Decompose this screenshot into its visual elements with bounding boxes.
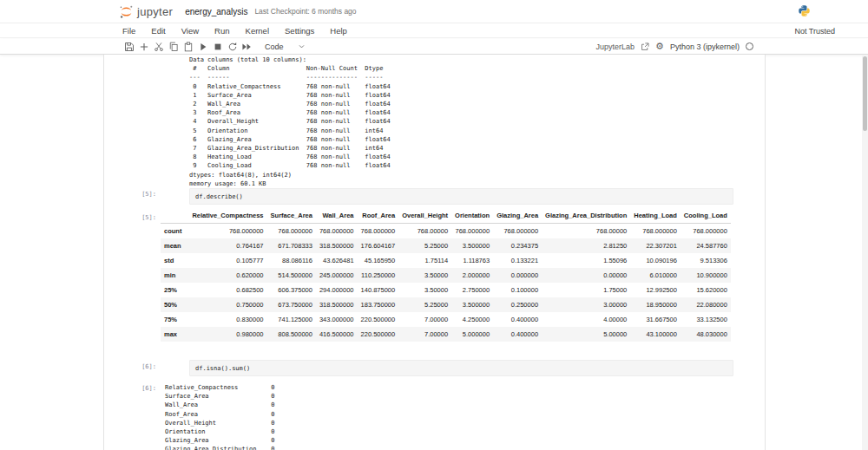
table-cell: 768.000000 bbox=[681, 224, 731, 239]
cut-icon[interactable] bbox=[151, 40, 166, 54]
table-cell: 3.50000 bbox=[398, 268, 451, 283]
table-cell: 768.000000 bbox=[316, 224, 358, 239]
table-cell: 9.513306 bbox=[681, 253, 731, 268]
table-cell: 0.980000 bbox=[188, 327, 266, 342]
table-cell: 176.604167 bbox=[358, 238, 399, 253]
table-column-header: Roof_Area bbox=[358, 208, 399, 224]
table-row: 75%0.830000741.125000343.000000220.50000… bbox=[161, 312, 731, 327]
table-cell: 0.100000 bbox=[493, 283, 542, 297]
menu-file[interactable]: File bbox=[115, 26, 143, 36]
table-cell: 0.234375 bbox=[493, 238, 542, 253]
table-cell: 15.620000 bbox=[681, 283, 731, 297]
python-logo-icon bbox=[798, 4, 811, 21]
table-cell: 3.00000 bbox=[542, 297, 630, 312]
external-link-icon[interactable] bbox=[641, 42, 649, 51]
restart-run-all-icon[interactable] bbox=[240, 40, 254, 54]
table-cell: 294.000000 bbox=[316, 283, 358, 297]
table-row-label: 50% bbox=[161, 297, 188, 312]
scrollbar-thumb[interactable] bbox=[863, 56, 867, 131]
table-cell: 318.500000 bbox=[316, 238, 358, 253]
table-cell: 4.00000 bbox=[542, 312, 630, 327]
toolbar-right-group: JupyterLab ⚙ Python 3 (ipykernel) bbox=[596, 39, 753, 54]
kernel-status-icon[interactable] bbox=[746, 42, 753, 50]
code-cell-isna[interactable]: df.isna().sum() bbox=[189, 360, 733, 376]
info-output: Data columns (total 10 columns): # Colum… bbox=[189, 55, 391, 188]
table-column-header: Cooling_Load bbox=[681, 208, 731, 224]
table-cell: 2.000000 bbox=[451, 268, 493, 283]
table-column-header: Relative_Compactness bbox=[188, 208, 266, 224]
chevron-down-icon bbox=[298, 42, 306, 50]
save-icon[interactable] bbox=[122, 40, 136, 54]
table-column-header: Orientation bbox=[451, 208, 493, 224]
table-cell: 88.086116 bbox=[267, 253, 316, 268]
table-cell: 673.750000 bbox=[267, 297, 316, 312]
output-prompt-6: [6]: bbox=[111, 385, 167, 392]
table-cell: 1.75000 bbox=[542, 283, 630, 297]
kernel-name[interactable]: Python 3 (ipykernel) bbox=[670, 42, 740, 51]
restart-kernel-icon[interactable] bbox=[225, 40, 240, 54]
table-cell: 0.400000 bbox=[493, 327, 542, 342]
table-cell: 0.764167 bbox=[188, 238, 266, 253]
table-row: 25%0.682500606.375000294.000000140.87500… bbox=[161, 283, 731, 297]
jupyter-planet-icon bbox=[119, 4, 134, 19]
table-cell: 0.105777 bbox=[188, 253, 266, 268]
table-column-header: Heating_Load bbox=[630, 208, 681, 224]
menu-view[interactable]: View bbox=[174, 26, 207, 36]
table-cell: 43.626481 bbox=[316, 253, 358, 268]
menu-settings[interactable]: Settings bbox=[277, 26, 322, 36]
table-cell: 768.000000 bbox=[451, 224, 493, 239]
table-cell: 1.118763 bbox=[451, 253, 493, 268]
menu-edit[interactable]: Edit bbox=[143, 26, 173, 36]
table-row: mean0.764167671.708333318.500000176.6041… bbox=[161, 238, 731, 253]
table-column-header: Glazing_Area_Distribution bbox=[542, 208, 630, 224]
table-cell: 1.55096 bbox=[542, 253, 630, 268]
gear-icon[interactable]: ⚙ bbox=[655, 42, 664, 51]
checkpoint-label: Last Checkpoint: 6 months ago bbox=[254, 7, 356, 16]
copy-icon[interactable] bbox=[166, 40, 181, 54]
table-cell: 5.00000 bbox=[542, 327, 630, 342]
menu-help[interactable]: Help bbox=[322, 26, 355, 36]
stop-icon[interactable] bbox=[210, 40, 225, 54]
jupyter-wordmark: jupyter bbox=[137, 5, 173, 18]
table-cell: 48.030000 bbox=[681, 327, 731, 342]
describe-table: Relative_CompactnessSurface_AreaWall_Are… bbox=[161, 208, 731, 342]
table-row-label: std bbox=[161, 253, 188, 268]
table-cell: 768.000000 bbox=[493, 224, 542, 239]
cell-type-dropdown[interactable]: Code bbox=[265, 42, 306, 51]
table-cell: 768.00000 bbox=[542, 224, 630, 239]
table-cell: 768.000000 bbox=[267, 224, 316, 239]
table-cell: 514.500000 bbox=[267, 268, 316, 283]
table-row: 50%0.750000673.750000318.500000183.75000… bbox=[161, 297, 731, 312]
table-row-label: max bbox=[161, 327, 188, 342]
table-cell: 0.250000 bbox=[493, 297, 542, 312]
table-cell: 22.080000 bbox=[681, 297, 731, 312]
insert-cell-icon[interactable] bbox=[136, 40, 151, 54]
table-cell: 2.750000 bbox=[451, 283, 493, 297]
table-cell: 7.00000 bbox=[398, 312, 451, 327]
table-cell: 0.400000 bbox=[493, 312, 542, 327]
run-icon[interactable] bbox=[195, 40, 210, 54]
table-cell: 6.010000 bbox=[630, 268, 681, 283]
jupyterlab-link[interactable]: JupyterLab bbox=[596, 42, 635, 51]
table-corner bbox=[161, 208, 188, 224]
table-row-label: 25% bbox=[161, 283, 188, 297]
table-cell: 5.25000 bbox=[398, 297, 451, 312]
vertical-scrollbar bbox=[862, 55, 868, 450]
table-cell: 43.100000 bbox=[630, 327, 681, 342]
table-cell: 33.132500 bbox=[681, 312, 731, 327]
table-row: count768.000000768.000000768.000000768.0… bbox=[161, 224, 731, 239]
table-cell: 3.500000 bbox=[451, 297, 493, 312]
notebook-title[interactable]: energy_analysis bbox=[185, 7, 247, 16]
menu-kernel[interactable]: Kernel bbox=[238, 26, 277, 36]
table-cell: 0.620000 bbox=[188, 268, 266, 283]
input-prompt-6: [6]: bbox=[111, 363, 167, 370]
describe-table-body: count768.000000768.000000768.000000768.0… bbox=[161, 224, 731, 342]
paste-icon[interactable] bbox=[181, 40, 195, 54]
jupyter-logo[interactable]: jupyter bbox=[119, 4, 173, 19]
menu-run[interactable]: Run bbox=[207, 26, 237, 36]
table-cell: 7.00000 bbox=[398, 327, 451, 342]
code-cell-describe[interactable]: df.describe() bbox=[189, 188, 733, 205]
trust-status[interactable]: Not Trusted bbox=[794, 27, 835, 36]
table-cell: 768.000000 bbox=[188, 224, 266, 239]
table-cell: 18.950000 bbox=[630, 297, 681, 312]
